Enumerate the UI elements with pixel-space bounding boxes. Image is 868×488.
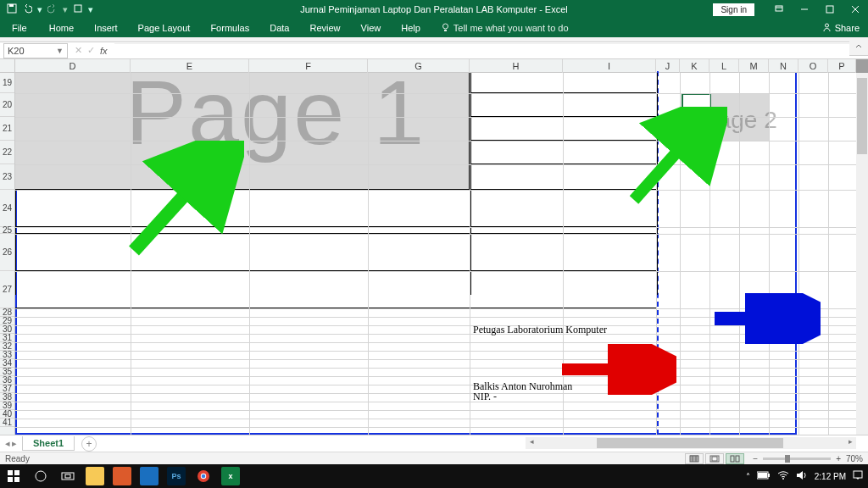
tab-nav-first-icon[interactable]: ◂ — [5, 438, 10, 449]
tray-volume-icon[interactable] — [796, 470, 808, 482]
row-header-23[interactable]: 23 — [0, 164, 14, 190]
row-header-26[interactable]: 26 — [0, 234, 14, 271]
horizontal-scroll-thumb[interactable] — [597, 438, 783, 448]
tab-help[interactable]: Help — [391, 19, 431, 37]
col-header-M[interactable]: M — [739, 59, 769, 73]
cortana-icon[interactable] — [27, 464, 54, 488]
col-header-K[interactable]: K — [680, 59, 709, 73]
taskbar-excel-icon[interactable]: x — [217, 464, 244, 488]
view-normal-icon[interactable] — [685, 453, 704, 464]
zoom-value[interactable]: 70% — [846, 454, 863, 463]
name-box[interactable]: K20 ▼ — [3, 43, 68, 58]
taskbar-app-orange-icon[interactable] — [108, 464, 136, 488]
zoom-controls[interactable]: − + 70% — [753, 454, 863, 463]
row-header-22[interactable]: 22 — [0, 141, 14, 164]
svg-rect-15 — [736, 456, 739, 462]
qat-dropdown-icon[interactable]: ▾ — [88, 4, 93, 15]
taskbar-fileexplorer-icon[interactable] — [81, 464, 108, 488]
tab-home[interactable]: Home — [39, 19, 84, 37]
row-header-25[interactable]: 25 — [0, 227, 14, 234]
redo-dropdown-icon[interactable]: ▾ — [63, 4, 68, 15]
signin-button[interactable]: Sign in — [713, 3, 754, 16]
title-bar: ▾ ▾ ▾ Jurnal Peminjaman Laptop Dan Peral… — [0, 0, 868, 19]
tray-time[interactable]: 2:12 PM — [815, 472, 846, 481]
tab-view[interactable]: View — [351, 19, 392, 37]
horizontal-scrollbar[interactable]: ◂ ▸ — [526, 437, 856, 449]
save-icon[interactable] — [7, 3, 17, 15]
col-header-O[interactable]: O — [798, 59, 828, 73]
touch-mode-icon[interactable] — [73, 3, 83, 15]
enter-formula-icon[interactable]: ✓ — [87, 45, 95, 56]
taskbar-photoshop-icon[interactable]: Ps — [163, 464, 190, 488]
grid[interactable]: Page 1 Page 2 Petugas Laboratorium Kompu… — [15, 73, 856, 435]
cancel-formula-icon[interactable]: ✕ — [75, 45, 82, 56]
undo-icon[interactable] — [22, 3, 32, 15]
name-box-dropdown-icon[interactable]: ▼ — [56, 47, 64, 55]
close-icon[interactable] — [843, 0, 868, 19]
taskbar-app-blue-icon[interactable] — [136, 464, 163, 488]
zoom-out-icon[interactable]: − — [753, 454, 758, 463]
taskview-icon[interactable] — [54, 464, 81, 488]
row-header-27[interactable]: 27 — [0, 271, 14, 308]
tab-insert[interactable]: Insert — [84, 19, 128, 37]
col-header-H[interactable]: H — [470, 59, 563, 73]
quick-access-toolbar: ▾ ▾ ▾ — [0, 3, 93, 15]
maximize-icon[interactable] — [817, 0, 843, 19]
tab-review[interactable]: Review — [299, 19, 350, 37]
hscroll-right-icon[interactable]: ▸ — [844, 437, 856, 449]
taskbar-chrome-icon[interactable] — [190, 464, 217, 488]
view-pagebreak-icon[interactable] — [726, 453, 744, 464]
row-header-41[interactable]: 41 — [0, 419, 14, 427]
minimize-icon[interactable] — [792, 0, 817, 19]
select-all-triangle[interactable] — [0, 59, 15, 73]
hscroll-left-icon[interactable]: ◂ — [526, 437, 537, 449]
tray-chevron-icon[interactable]: ˄ — [746, 472, 750, 481]
zoom-plus-label[interactable]: + — [836, 454, 841, 463]
bulb-icon — [441, 23, 450, 34]
add-sheet-button[interactable]: + — [81, 436, 97, 452]
tab-data[interactable]: Data — [259, 19, 299, 37]
tab-formulas[interactable]: Formulas — [200, 19, 259, 37]
tab-nav-last-icon[interactable]: ▸ — [12, 438, 17, 449]
ribbon-options-icon[interactable] — [766, 0, 792, 19]
col-header-P[interactable]: P — [828, 59, 856, 73]
svg-rect-17 — [14, 470, 19, 475]
vertical-scroll-thumb[interactable] — [857, 78, 867, 154]
redo-icon[interactable] — [47, 3, 58, 15]
col-header-J[interactable]: J — [656, 59, 680, 73]
row-headers[interactable]: 1920212223242526272829303132333435363738… — [0, 73, 15, 435]
tray-battery-icon[interactable] — [757, 471, 771, 481]
undo-dropdown-icon[interactable]: ▾ — [37, 4, 42, 15]
share-button[interactable]: Share — [822, 23, 868, 34]
tell-me[interactable]: Tell me what you want to do — [431, 19, 579, 37]
view-pagelayout-icon[interactable] — [705, 453, 724, 464]
cell-petugas: Petugas Laboratorium Komputer — [473, 324, 607, 336]
sheet-tab-bar: ◂ ▸ Sheet1 + ◂ ▸ — [0, 435, 868, 452]
sheet-tab-sheet1[interactable]: Sheet1 — [22, 436, 75, 451]
tray-notifications-icon[interactable] — [853, 470, 863, 482]
col-header-L[interactable]: L — [709, 59, 739, 73]
svg-rect-27 — [768, 474, 770, 477]
col-header-D[interactable]: D — [15, 59, 131, 73]
row-header-21[interactable]: 21 — [0, 117, 14, 141]
col-header-N[interactable]: N — [769, 59, 798, 73]
svg-rect-13 — [712, 457, 717, 461]
cell-nip: NIP. - — [473, 391, 497, 403]
zoom-slider[interactable] — [763, 458, 831, 460]
start-button[interactable] — [0, 464, 27, 488]
tab-pagelayout[interactable]: Page Layout — [128, 19, 201, 37]
collapse-ribbon-icon[interactable] — [849, 37, 868, 56]
svg-rect-19 — [14, 477, 19, 482]
red-arrow — [558, 344, 676, 395]
row-header-19[interactable]: 19 — [0, 73, 14, 93]
vertical-scrollbar[interactable] — [856, 73, 868, 435]
row-header-24[interactable]: 24 — [0, 190, 14, 227]
tab-file[interactable]: File — [0, 19, 39, 37]
status-bar: Ready − + 70% — [0, 452, 868, 464]
svg-rect-30 — [854, 471, 862, 478]
row-header-20[interactable]: 20 — [0, 93, 14, 117]
col-header-I[interactable]: I — [563, 59, 656, 73]
fx-icon[interactable]: fx — [100, 46, 108, 56]
tray-wifi-icon[interactable] — [777, 470, 789, 482]
formula-input[interactable] — [114, 43, 853, 58]
